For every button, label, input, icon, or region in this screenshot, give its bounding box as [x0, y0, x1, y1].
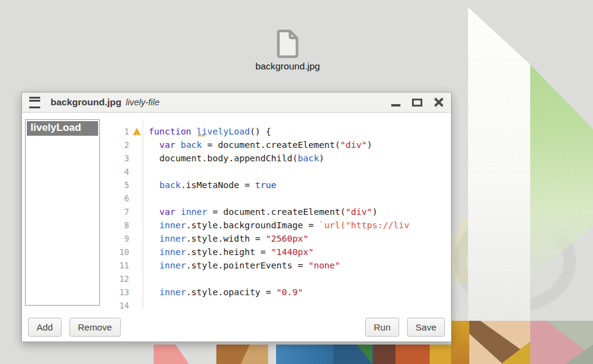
code-token: function: [149, 127, 191, 136]
line-number: 2: [113, 138, 129, 152]
wallpaper-pink-shape: [154, 345, 189, 364]
code-token: .style.opacity =: [186, 287, 276, 297]
line-number: 10: [113, 245, 129, 259]
window-title: background.jpg: [51, 97, 121, 108]
code-token: [149, 247, 159, 257]
gutter-icon-slot: [129, 192, 143, 205]
line-number: 12: [113, 272, 129, 285]
code-token: "1440px": [271, 247, 314, 257]
code-token: back: [297, 153, 319, 163]
code-line: 5 back.isMetaNode = true: [113, 178, 450, 192]
code-token: .style.pointerEvents =: [186, 261, 308, 270]
function-list-item-livelyload[interactable]: livelyLoad: [27, 121, 98, 136]
function-list[interactable]: livelyLoad: [25, 119, 100, 306]
code-token: = document.createElement(: [207, 207, 346, 217]
code-token: "2560px": [266, 234, 308, 243]
code-text: inner.style.height = "1440px": [143, 245, 314, 259]
wallpaper-bottom-strip: [0, 345, 451, 364]
close-button[interactable]: [434, 97, 444, 107]
line-number: 6: [113, 192, 129, 205]
code-editor[interactable]: 1function livelyLoad() {2 var back = doc…: [113, 120, 450, 309]
gutter-icon-slot: [129, 272, 143, 285]
window-body: livelyLoad 1function livelyLoad() {2 var…: [22, 113, 451, 341]
code-token: var: [159, 140, 175, 150]
minimize-button[interactable]: [391, 99, 400, 107]
wallpaper-orange-shape: [396, 345, 430, 364]
code-token: inner: [180, 207, 207, 217]
wallpaper-bottom-strip-right: [451, 321, 593, 364]
wallpaper-blue-shape: [276, 345, 333, 364]
code-lines: 1function livelyLoad() {2 var back = doc…: [113, 120, 450, 309]
code-token: inner: [159, 261, 186, 270]
gutter-icon-slot: [129, 259, 143, 272]
code-line: 1function livelyLoad() {: [113, 125, 450, 138]
maximize-button[interactable]: [412, 99, 422, 107]
add-button[interactable]: Add: [28, 318, 62, 337]
wallpaper-maroon-shape: [374, 345, 396, 364]
code-text: function livelyLoad() {: [143, 125, 271, 138]
code-line: 13 inner.style.opacity = "0.9": [113, 285, 450, 299]
line-number: 7: [113, 205, 129, 219]
code-token: "div": [340, 140, 367, 150]
wallpaper-brown-shape: [216, 345, 268, 364]
remove-button[interactable]: Remove: [69, 318, 121, 337]
code-text: inner.style.width = "2560px": [143, 232, 308, 245]
code-line: 4: [113, 165, 450, 178]
gutter-icon-slot: [129, 125, 143, 138]
code-token: "none": [308, 261, 340, 270]
desktop-file-icon[interactable]: background.jpg: [233, 29, 343, 72]
code-line: 10 inner.style.height = "1440px": [113, 245, 450, 259]
code-token: livelyLoad: [197, 127, 250, 136]
code-token: back: [159, 180, 180, 190]
code-token: back: [180, 140, 202, 150]
gutter-icon-slot: [129, 205, 143, 219]
code-token: .style.width =: [186, 234, 266, 243]
code-token: var: [159, 207, 175, 217]
code-token: `url("https://liv: [319, 220, 409, 230]
code-token: [149, 287, 159, 297]
line-number: 9: [113, 232, 129, 245]
save-button[interactable]: Save: [407, 318, 445, 337]
code-line: 9 inner.style.width = "2560px": [113, 232, 450, 245]
code-text: inner.style.opacity = "0.9": [143, 285, 303, 299]
gutter-icon-slot: [129, 245, 143, 259]
menu-icon[interactable]: [29, 97, 40, 108]
code-line: 3 document.body.appendChild(back): [113, 152, 450, 165]
code-token: [149, 180, 159, 190]
code-token: .isMetaNode =: [180, 180, 255, 190]
code-token: .style.height =: [186, 247, 271, 257]
desktop: background.jpg background.jpg lively-fil…: [0, 0, 593, 364]
file-document-icon: [274, 29, 302, 58]
code-token: [149, 261, 159, 270]
code-text: var back = document.createElement("div"): [143, 138, 372, 152]
gutter-icon-slot: [129, 152, 143, 165]
code-token: [149, 140, 159, 150]
code-line: 6: [113, 192, 450, 205]
button-bar: Add Remove Run Save: [22, 318, 451, 337]
line-number: 1: [113, 125, 129, 138]
window-titlebar[interactable]: background.jpg lively-file: [22, 93, 451, 113]
line-number: 14: [113, 299, 129, 309]
code-token: document.body.appendChild(: [149, 153, 297, 163]
wallpaper-pink-block: [530, 321, 593, 364]
code-line: 2 var back = document.createElement("div…: [113, 138, 450, 152]
code-text: back.isMetaNode = true: [143, 178, 277, 192]
file-icon-label: background.jpg: [233, 61, 343, 72]
warning-icon: [133, 128, 141, 135]
line-number: 3: [113, 152, 129, 165]
code-line: 11 inner.style.pointerEvents = "none": [113, 259, 450, 272]
code-token: inner: [159, 287, 186, 297]
line-number: 11: [113, 259, 129, 272]
code-token: [149, 220, 159, 230]
gutter-icon-slot: [129, 232, 143, 245]
gutter-icon-slot: [129, 219, 143, 232]
code-token: ): [367, 140, 372, 150]
gutter-separator: [143, 120, 143, 309]
code-token: "div": [346, 207, 372, 217]
window-controls: [391, 97, 444, 107]
run-button[interactable]: Run: [365, 318, 399, 337]
code-token: true: [255, 180, 277, 190]
code-token: inner: [159, 220, 186, 230]
line-number: 8: [113, 219, 129, 232]
code-token: inner: [159, 247, 186, 257]
